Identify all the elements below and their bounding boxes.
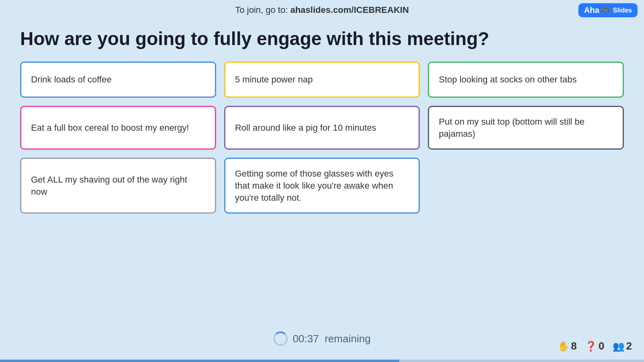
card-7: Get ALL my shaving out of the way right … <box>20 158 216 214</box>
logo-slides: Slides <box>613 7 632 14</box>
hand-icon: ✋ <box>557 341 570 352</box>
timer-bar: 00:37 remaining <box>0 331 644 346</box>
stats-bar: ✋ 8 ❓ 0 👥 2 <box>557 340 632 352</box>
join-prefix: To join, go to: <box>235 5 290 15</box>
progress-bar-container <box>0 360 644 362</box>
card-1-text: Drink loads of coffee <box>31 74 111 86</box>
card-4-text: Eat a full box cereal to boost my energy… <box>31 122 189 134</box>
card-6: Put on my suit top (bottom will still be… <box>428 106 624 150</box>
timer-time: 00:37 <box>293 333 319 345</box>
question-title: How are you going to fully engage with t… <box>0 20 644 62</box>
card-2: 5 minute power nap <box>224 62 420 98</box>
card-3: Stop looking at socks on other tabs <box>428 62 624 98</box>
card-8-text: Getting some of those glasses with eyes … <box>235 168 409 204</box>
people-stat: 👥 2 <box>613 340 632 352</box>
card-7-text: Get ALL my shaving out of the way right … <box>31 174 205 197</box>
cards-grid: Drink loads of coffee 5 minute power nap… <box>0 62 644 214</box>
people-count: 2 <box>626 340 632 352</box>
ahaslides-logo: Aha 🎮 Slides <box>578 3 638 17</box>
logo-aha: Aha <box>584 6 599 15</box>
hand-stat: ✋ 8 <box>557 340 577 352</box>
question-count: 0 <box>599 340 604 352</box>
header-bar: To join, go to: ahaslides.com/ICEBREAKIN <box>0 0 644 20</box>
timer-spinner <box>273 331 288 346</box>
card-5-text: Roll around like a pig for 10 minutes <box>235 122 376 134</box>
hand-count: 8 <box>571 340 577 352</box>
progress-bar-fill <box>0 360 399 362</box>
card-6-text: Put on my suit top (bottom will still be… <box>439 116 613 140</box>
timer-label: remaining <box>325 333 371 345</box>
timer-display: 00:37 remaining <box>293 333 371 345</box>
people-icon: 👥 <box>613 341 625 352</box>
card-2-text: 5 minute power nap <box>235 74 313 86</box>
card-4: Eat a full box cereal to boost my energy… <box>20 106 216 150</box>
card-5: Roll around like a pig for 10 minutes <box>224 106 420 150</box>
card-1: Drink loads of coffee <box>20 62 216 98</box>
question-icon: ❓ <box>585 341 597 352</box>
card-3-text: Stop looking at socks on other tabs <box>439 74 576 86</box>
logo-emoji: 🎮 <box>601 6 610 15</box>
question-stat: ❓ 0 <box>585 340 604 352</box>
card-8: Getting some of those glasses with eyes … <box>224 158 420 214</box>
join-url: ahaslides.com/ICEBREAKIN <box>290 5 409 15</box>
